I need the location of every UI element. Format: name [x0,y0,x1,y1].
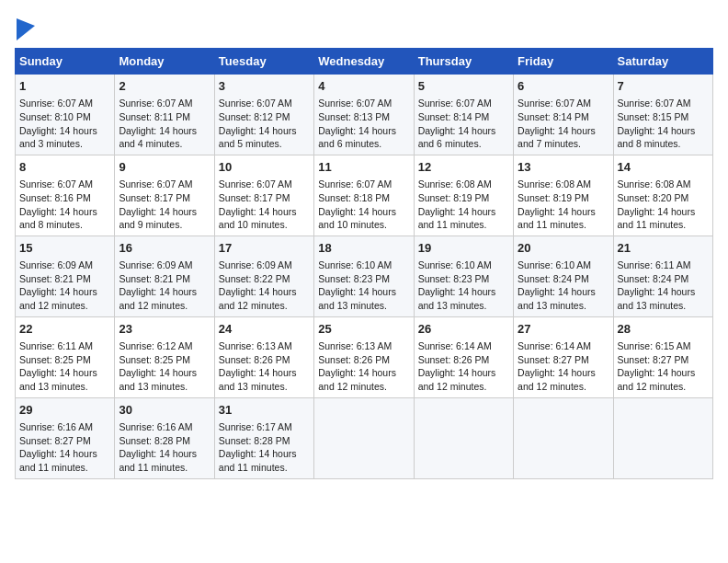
day-number: 11 [318,159,409,176]
daylight-text: Daylight: 14 hours and 13 minutes. [19,366,110,393]
calendar-cell: 13Sunrise: 6:08 AMSunset: 8:19 PMDayligh… [514,155,613,236]
daylight-text: Daylight: 14 hours and 10 minutes. [219,205,310,232]
sunrise-text: Sunrise: 6:08 AM [518,178,609,191]
col-header-thursday: Thursday [414,49,513,75]
sunset-text: Sunset: 8:11 PM [119,110,210,124]
sunrise-text: Sunrise: 6:14 AM [518,339,609,353]
day-number: 8 [19,159,110,176]
day-number: 30 [119,402,210,419]
week-row-3: 15Sunrise: 6:09 AMSunset: 8:21 PMDayligh… [16,236,713,316]
calendar-cell: 24Sunrise: 6:13 AMSunset: 8:26 PMDayligh… [214,316,313,397]
calendar-cell: 20Sunrise: 6:10 AMSunset: 8:24 PMDayligh… [514,236,613,316]
sunrise-text: Sunrise: 6:17 AM [219,420,310,434]
day-number: 18 [318,240,409,257]
sunset-text: Sunset: 8:18 PM [318,191,409,205]
day-number: 3 [219,78,310,95]
daylight-text: Daylight: 14 hours and 11 minutes. [518,205,609,232]
day-number: 25 [318,321,409,338]
col-header-monday: Monday [115,49,214,75]
sunrise-text: Sunrise: 6:13 AM [219,339,310,353]
logo [15,18,35,40]
day-number: 28 [618,321,709,338]
week-row-4: 22Sunrise: 6:11 AMSunset: 8:25 PMDayligh… [16,316,713,397]
col-header-tuesday: Tuesday [214,49,313,75]
calendar-cell: 5Sunrise: 6:07 AMSunset: 8:14 PMDaylight… [414,75,513,155]
day-number: 23 [119,321,210,338]
sunset-text: Sunset: 8:28 PM [119,434,210,448]
sunset-text: Sunset: 8:24 PM [618,272,709,286]
daylight-text: Daylight: 14 hours and 5 minutes. [219,124,310,151]
daylight-text: Daylight: 14 hours and 13 minutes. [518,285,609,312]
logo-icon [17,18,35,40]
page-header [15,15,713,40]
week-row-1: 1Sunrise: 6:07 AMSunset: 8:10 PMDaylight… [16,75,713,155]
daylight-text: Daylight: 14 hours and 13 minutes. [219,366,310,393]
calendar-cell: 17Sunrise: 6:09 AMSunset: 8:22 PMDayligh… [214,236,313,316]
daylight-text: Daylight: 14 hours and 13 minutes. [618,285,709,312]
daylight-text: Daylight: 14 hours and 13 minutes. [418,285,509,312]
calendar-cell: 9Sunrise: 6:07 AMSunset: 8:17 PMDaylight… [115,155,214,236]
svg-marker-0 [17,18,35,40]
daylight-text: Daylight: 14 hours and 8 minutes. [19,205,110,232]
daylight-text: Daylight: 14 hours and 3 minutes. [19,124,110,151]
sunset-text: Sunset: 8:26 PM [418,353,509,367]
calendar-cell: 2Sunrise: 6:07 AMSunset: 8:11 PMDaylight… [115,75,214,155]
calendar-cell: 6Sunrise: 6:07 AMSunset: 8:14 PMDaylight… [514,75,613,155]
day-number: 5 [418,78,509,95]
calendar-cell: 8Sunrise: 6:07 AMSunset: 8:16 PMDaylight… [16,155,115,236]
week-row-2: 8Sunrise: 6:07 AMSunset: 8:16 PMDaylight… [16,155,713,236]
calendar-cell: 31Sunrise: 6:17 AMSunset: 8:28 PMDayligh… [214,397,313,478]
sunrise-text: Sunrise: 6:07 AM [418,97,509,110]
sunrise-text: Sunrise: 6:15 AM [618,339,709,353]
calendar-cell: 19Sunrise: 6:10 AMSunset: 8:23 PMDayligh… [414,236,513,316]
daylight-text: Daylight: 14 hours and 12 minutes. [518,366,609,393]
day-number: 14 [618,159,709,176]
sunrise-text: Sunrise: 6:07 AM [19,178,110,191]
calendar-cell: 22Sunrise: 6:11 AMSunset: 8:25 PMDayligh… [16,316,115,397]
sunset-text: Sunset: 8:19 PM [418,191,509,205]
sunset-text: Sunset: 8:14 PM [518,110,609,124]
daylight-text: Daylight: 14 hours and 6 minutes. [318,124,409,151]
daylight-text: Daylight: 14 hours and 13 minutes. [318,285,409,312]
sunrise-text: Sunrise: 6:14 AM [418,339,509,353]
calendar-cell: 18Sunrise: 6:10 AMSunset: 8:23 PMDayligh… [314,236,414,316]
day-number: 1 [19,78,110,95]
sunset-text: Sunset: 8:16 PM [19,191,110,205]
day-number: 10 [219,159,310,176]
sunset-text: Sunset: 8:24 PM [518,272,609,286]
sunrise-text: Sunrise: 6:09 AM [19,259,110,272]
sunset-text: Sunset: 8:22 PM [219,272,310,286]
calendar-cell: 26Sunrise: 6:14 AMSunset: 8:26 PMDayligh… [414,316,513,397]
sunrise-text: Sunrise: 6:10 AM [418,259,509,272]
sunset-text: Sunset: 8:10 PM [19,110,110,124]
day-number: 24 [219,321,310,338]
daylight-text: Daylight: 14 hours and 12 minutes. [418,366,509,393]
sunrise-text: Sunrise: 6:07 AM [219,97,310,110]
sunset-text: Sunset: 8:27 PM [518,353,609,367]
daylight-text: Daylight: 14 hours and 13 minutes. [119,366,210,393]
calendar-cell: 27Sunrise: 6:14 AMSunset: 8:27 PMDayligh… [514,316,613,397]
daylight-text: Daylight: 14 hours and 12 minutes. [119,285,210,312]
col-header-wednesday: Wednesday [314,49,414,75]
sunset-text: Sunset: 8:21 PM [119,272,210,286]
daylight-text: Daylight: 14 hours and 10 minutes. [318,205,409,232]
sunrise-text: Sunrise: 6:16 AM [19,420,110,434]
day-number: 15 [19,240,110,257]
sunset-text: Sunset: 8:17 PM [219,191,310,205]
calendar-cell: 3Sunrise: 6:07 AMSunset: 8:12 PMDaylight… [214,75,313,155]
daylight-text: Daylight: 14 hours and 12 minutes. [19,285,110,312]
day-number: 17 [219,240,310,257]
column-headers: SundayMondayTuesdayWednesdayThursdayFrid… [16,49,713,75]
calendar-cell: 16Sunrise: 6:09 AMSunset: 8:21 PMDayligh… [115,236,214,316]
calendar-cell: 11Sunrise: 6:07 AMSunset: 8:18 PMDayligh… [314,155,414,236]
day-number: 19 [418,240,509,257]
daylight-text: Daylight: 14 hours and 6 minutes. [418,124,509,151]
calendar-cell [514,397,613,478]
sunrise-text: Sunrise: 6:07 AM [518,97,609,110]
daylight-text: Daylight: 14 hours and 9 minutes. [119,205,210,232]
calendar-cell: 28Sunrise: 6:15 AMSunset: 8:27 PMDayligh… [613,316,712,397]
calendar-cell [613,397,712,478]
sunrise-text: Sunrise: 6:16 AM [119,420,210,434]
calendar-cell: 1Sunrise: 6:07 AMSunset: 8:10 PMDaylight… [16,75,115,155]
calendar-cell: 15Sunrise: 6:09 AMSunset: 8:21 PMDayligh… [16,236,115,316]
